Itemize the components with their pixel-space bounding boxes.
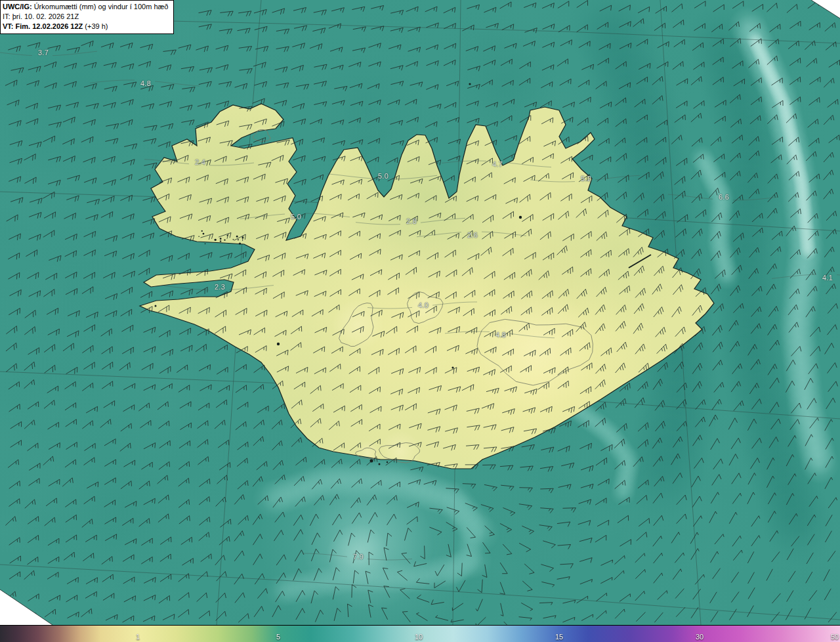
colorbar-tick-label: 10 [415,633,423,641]
colorbar-tick-labels: 1510153050 [0,626,840,642]
colorbar: 1510153050 [0,625,840,642]
weather-map-root: 3.74.82.45.04.75.26.65.02.82.62.34.04.84… [0,0,840,642]
title-box: UWC/IG: Úrkomumætti (mm) og vindur í 100… [0,0,174,34]
colorbar-tick-label: 50 [831,633,839,641]
colorbar-tick-label: 30 [696,633,704,641]
map-title: Úrkomumætti (mm) og vindur í 100m hæð [34,3,169,11]
colorbar-tick-label: 5 [276,633,280,641]
valid-time: VT: Fim. 12.02.2026 12Z [3,22,83,30]
init-time: IT: þri. 10. 02. 2026 21Z [3,12,168,22]
valid-time-line: VT: Fim. 12.02.2026 12Z (+39 h) [3,22,168,32]
weather-map-canvas [0,0,840,625]
colorbar-tick-label: 15 [555,633,563,641]
colorbar-tick-label: 1 [136,633,140,641]
map-title-line: UWC/IG: Úrkomumætti (mm) og vindur í 100… [3,2,168,12]
valid-offset: (+39 h) [85,22,108,30]
model-label: UWC/IG: [3,3,32,11]
